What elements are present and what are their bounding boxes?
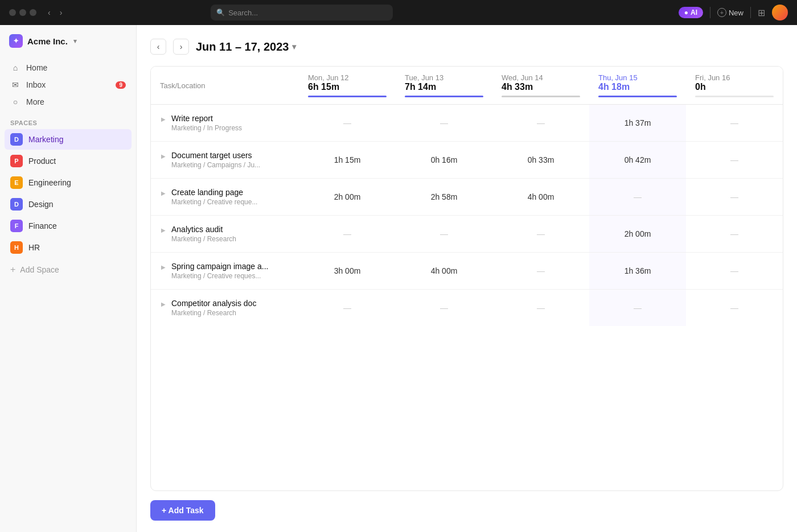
task-cell: ▶ Write report Marketing / In Progress: [151, 105, 299, 142]
sidebar: ✦ Acme Inc. ▾ ⌂ Home ✉ Inbox 9 ○ More Sp…: [0, 25, 137, 532]
time-thu: 1h 36m: [589, 253, 686, 290]
time-tue: —: [396, 105, 492, 142]
time-mon: —: [299, 105, 396, 142]
sidebar-item-design[interactable]: D Design: [5, 194, 132, 215]
more-icon: ○: [10, 97, 20, 106]
inbox-icon: ✉: [10, 80, 20, 89]
new-button-icon: +: [717, 8, 726, 17]
time-mon: 3h 00m: [299, 253, 396, 290]
wed-underline: [502, 96, 580, 97]
marketing-label: Marketing: [28, 135, 63, 144]
sidebar-item-inbox[interactable]: ✉ Inbox 9: [5, 76, 132, 93]
sidebar-item-more[interactable]: ○ More: [5, 93, 132, 110]
sidebar-item-marketing[interactable]: D Marketing: [5, 129, 132, 150]
ai-icon: ●: [684, 9, 688, 17]
task-cell: ▶ Spring campaign image a... Marketing /…: [151, 253, 299, 290]
home-icon: ⌂: [10, 63, 20, 72]
col-task-header: Task/Location: [151, 67, 299, 105]
time-fri: —: [686, 105, 783, 142]
time-thu: 0h 42m: [589, 142, 686, 179]
task-path: Marketing / Creative reque...: [171, 198, 257, 206]
topbar-divider2: [750, 7, 751, 18]
app-grid-icon[interactable]: ⊞: [758, 7, 765, 18]
ai-badge[interactable]: ● AI: [679, 7, 703, 18]
table-row: ▶ Create landing page Marketing / Creati…: [151, 179, 783, 216]
task-cell: ▶ Document target users Marketing / Camp…: [151, 142, 299, 179]
topbar-right: ● AI + New ⊞: [679, 5, 788, 20]
expand-icon[interactable]: ▶: [160, 189, 167, 197]
workspace-chevron: ▾: [73, 38, 77, 45]
time-fri: —: [686, 216, 783, 253]
time-fri: —: [686, 179, 783, 216]
time-fri: —: [686, 290, 783, 327]
sidebar-item-home[interactable]: ⌂ Home: [5, 59, 132, 76]
task-name: Document target users: [171, 151, 260, 160]
prev-week-button[interactable]: ‹: [150, 39, 166, 55]
search-placeholder: Search...: [228, 9, 258, 17]
table-row: ▶ Spring campaign image a... Marketing /…: [151, 253, 783, 290]
navigation-arrows: ‹ ›: [46, 7, 64, 18]
add-task-section: + Add Task: [150, 491, 783, 532]
tracking-table: Task/Location Mon, Jun 12 6h 15m Tue, Ju…: [151, 67, 783, 326]
time-wed: —: [492, 253, 589, 290]
date-header: ‹ › Jun 11 – 17, 2023 ▾: [150, 39, 783, 55]
task-rows: ▶ Write report Marketing / In Progress —…: [151, 105, 783, 327]
time-tue: 0h 16m: [396, 142, 492, 179]
col-mon-header: Mon, Jun 12 6h 15m: [299, 67, 396, 105]
task-name: Write report: [171, 114, 242, 123]
time-wed: 4h 00m: [492, 179, 589, 216]
search-icon: 🔍: [216, 9, 225, 17]
finance-icon: F: [10, 220, 23, 232]
table-row: ▶ Write report Marketing / In Progress —…: [151, 105, 783, 142]
col-fri-header: Fri, Jun 16 0h: [686, 67, 783, 105]
add-space-button[interactable]: + Add Space: [0, 261, 136, 279]
workspace-logo[interactable]: ✦ Acme Inc. ▾: [0, 25, 136, 57]
window-controls: [9, 9, 36, 16]
inbox-badge: 9: [116, 81, 126, 89]
expand-icon[interactable]: ▶: [160, 226, 167, 234]
time-mon: —: [299, 216, 396, 253]
search-bar[interactable]: 🔍 Search...: [211, 5, 393, 20]
sidebar-item-product[interactable]: P Product: [5, 151, 132, 171]
new-button[interactable]: + New: [717, 8, 743, 17]
col-thu-header: Thu, Jun 15 4h 18m: [589, 67, 686, 105]
design-icon: D: [10, 198, 23, 211]
add-space-label: Add Space: [20, 265, 59, 274]
engineering-label: Engineering: [28, 178, 71, 187]
task-name: Create landing page: [171, 188, 257, 197]
avatar[interactable]: [772, 5, 788, 20]
product-icon: P: [10, 155, 23, 167]
add-task-button[interactable]: + Add Task: [150, 500, 215, 521]
ai-label: AI: [691, 9, 697, 17]
maximize-dot[interactable]: [30, 9, 36, 16]
tue-underline: [405, 96, 483, 97]
task-name: Spring campaign image a...: [171, 262, 268, 271]
sidebar-item-finance[interactable]: F Finance: [5, 216, 132, 236]
task-path: Marketing / Research: [171, 309, 256, 317]
next-week-button[interactable]: ›: [173, 39, 189, 55]
task-name: Analytics audit: [171, 225, 236, 234]
expand-icon[interactable]: ▶: [160, 152, 167, 160]
product-label: Product: [28, 156, 56, 166]
task-path: Marketing / Campaigns / Ju...: [171, 161, 260, 169]
forward-button[interactable]: ›: [57, 7, 65, 18]
nav-home-label: Home: [26, 63, 47, 72]
close-dot[interactable]: [9, 9, 16, 16]
table-row: ▶ Document target users Marketing / Camp…: [151, 142, 783, 179]
time-wed: 0h 33m: [492, 142, 589, 179]
expand-icon[interactable]: ▶: [160, 115, 167, 123]
date-range[interactable]: Jun 11 – 17, 2023 ▾: [196, 40, 296, 53]
expand-icon[interactable]: ▶: [160, 263, 167, 271]
task-cell: ▶ Create landing page Marketing / Creati…: [151, 179, 299, 216]
sidebar-item-hr[interactable]: H HR: [5, 237, 132, 258]
time-thu: —: [589, 290, 686, 327]
sidebar-item-engineering[interactable]: E Engineering: [5, 172, 132, 193]
minimize-dot[interactable]: [19, 9, 26, 16]
expand-icon[interactable]: ▶: [160, 300, 167, 308]
time-mon: 2h 00m: [299, 179, 396, 216]
table-row: ▶ Analytics audit Marketing / Research —…: [151, 216, 783, 253]
col-tue-header: Tue, Jun 13 7h 14m: [396, 67, 492, 105]
hr-icon: H: [10, 241, 23, 254]
back-button[interactable]: ‹: [46, 7, 53, 18]
topbar-divider: [710, 7, 710, 18]
